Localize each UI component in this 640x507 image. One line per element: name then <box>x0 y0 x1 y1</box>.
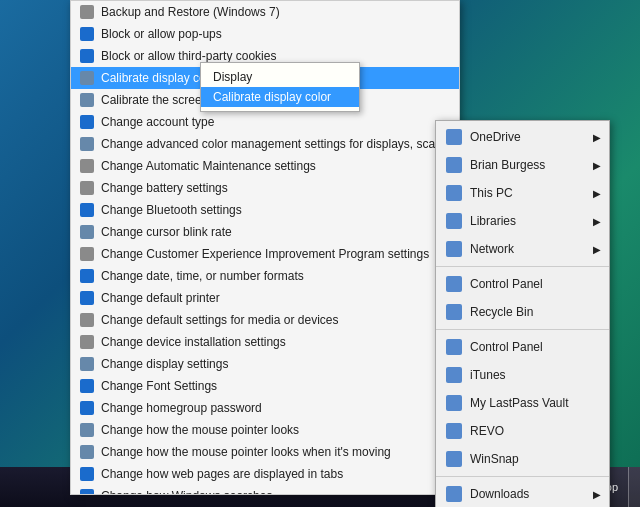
left-menu-item[interactable]: Change Customer Experience Improvement P… <box>71 243 459 265</box>
menu-item-label: Change battery settings <box>101 181 228 195</box>
menu-item-label: Backup and Restore (Windows 7) <box>101 5 280 19</box>
left-menu-item[interactable]: Change Bluetooth settings <box>71 199 459 221</box>
left-menu-item[interactable]: Change how the mouse pointer looks <box>71 419 459 441</box>
tooltip-item[interactable]: Calibrate display color <box>201 87 359 107</box>
right-menu-item[interactable]: Control Panel <box>436 270 609 298</box>
right-menu-item[interactable]: Network▶ <box>436 235 609 263</box>
right-menu-item[interactable]: iTunes <box>436 361 609 389</box>
menu-separator <box>436 476 609 477</box>
left-menu-item[interactable]: Change how Windows searches <box>71 485 459 494</box>
menu-separator <box>436 329 609 330</box>
right-menu-item[interactable]: WinSnap <box>436 445 609 473</box>
menu-item-icon <box>79 444 95 460</box>
tooltip-submenu: DisplayCalibrate display color <box>200 62 360 112</box>
menu-item-label: Change account type <box>101 115 214 129</box>
submenu-arrow-icon: ▶ <box>593 489 601 500</box>
left-menu-item[interactable]: Change Font Settings <box>71 375 459 397</box>
right-menu-item[interactable]: This PC▶ <box>436 179 609 207</box>
right-menu-item-icon <box>444 421 464 441</box>
menu-item-icon <box>79 312 95 328</box>
menu-item-label: Block or allow third-party cookies <box>101 49 276 63</box>
menu-item-label: Change how web pages are displayed in ta… <box>101 467 343 481</box>
left-menu-item[interactable]: Change default settings for media or dev… <box>71 309 459 331</box>
left-menu-item[interactable]: Change how the mouse pointer looks when … <box>71 441 459 463</box>
menu-item-icon <box>79 224 95 240</box>
right-menu-item-icon <box>444 337 464 357</box>
menu-item-icon <box>79 334 95 350</box>
left-menu-item[interactable]: Change date, time, or number formats <box>71 265 459 287</box>
right-menu-item-label: My LastPass Vault <box>470 396 601 410</box>
menu-item-icon <box>79 136 95 152</box>
menu-item-label: Change display settings <box>101 357 228 371</box>
left-menu-item[interactable]: Change how web pages are displayed in ta… <box>71 463 459 485</box>
right-menu-item[interactable]: My LastPass Vault <box>436 389 609 417</box>
right-menu-item[interactable]: Brian Burgess▶ <box>436 151 609 179</box>
menu-item-icon <box>79 202 95 218</box>
left-menu-item[interactable]: Block or allow pop-ups <box>71 23 459 45</box>
menu-item-icon <box>79 290 95 306</box>
right-menu-item-icon <box>444 211 464 231</box>
right-context-menu: OneDrive▶Brian Burgess▶This PC▶Libraries… <box>435 120 610 507</box>
left-menu-item[interactable]: Change display settings <box>71 353 459 375</box>
right-menu-item-icon <box>444 183 464 203</box>
left-menu-item[interactable]: Backup and Restore (Windows 7) <box>71 1 459 23</box>
menu-item-label: Change Automatic Maintenance settings <box>101 159 316 173</box>
menu-item-label: Change homegroup password <box>101 401 262 415</box>
left-menu-item[interactable]: Change account type <box>71 111 459 133</box>
right-menu-item[interactable]: Libraries▶ <box>436 207 609 235</box>
left-menu-item[interactable]: Change homegroup password <box>71 397 459 419</box>
right-menu-item[interactable]: Downloads▶ <box>436 480 609 507</box>
right-menu-item[interactable]: REVO <box>436 417 609 445</box>
right-menu-item-icon <box>444 449 464 469</box>
right-menu-item-icon <box>444 127 464 147</box>
right-menu-item-icon <box>444 365 464 385</box>
menu-item-icon <box>79 4 95 20</box>
right-menu-item-label: iTunes <box>470 368 601 382</box>
menu-item-icon <box>79 246 95 262</box>
right-menu-item-label: OneDrive <box>470 130 593 144</box>
left-menu-item[interactable]: Change Automatic Maintenance settings <box>71 155 459 177</box>
right-menu-item-label: Libraries <box>470 214 593 228</box>
menu-item-label: Change date, time, or number formats <box>101 269 304 283</box>
right-menu-item-icon <box>444 302 464 322</box>
left-menu-item[interactable]: Change device installation settings <box>71 331 459 353</box>
menu-item-label: Change how Windows searches <box>101 489 272 494</box>
right-menu-item-label: Network <box>470 242 593 256</box>
right-menu-item-label: REVO <box>470 424 601 438</box>
left-menu-item[interactable]: Change default printer <box>71 287 459 309</box>
menu-item-icon <box>79 158 95 174</box>
right-menu-item-icon <box>444 274 464 294</box>
left-menu-item[interactable]: Change battery settings <box>71 177 459 199</box>
right-menu-item[interactable]: Control Panel <box>436 333 609 361</box>
menu-item-icon <box>79 26 95 42</box>
menu-item-label: Change default settings for media or dev… <box>101 313 338 327</box>
menu-separator <box>436 266 609 267</box>
menu-item-icon <box>79 400 95 416</box>
menu-item-icon <box>79 70 95 86</box>
right-menu-item-label: Downloads <box>470 487 593 501</box>
submenu-arrow-icon: ▶ <box>593 216 601 227</box>
tooltip-item[interactable]: Display <box>201 67 359 87</box>
right-menu-item[interactable]: OneDrive▶ <box>436 123 609 151</box>
menu-item-label: Change how the mouse pointer looks when … <box>101 445 391 459</box>
menu-item-label: Change advanced color management setting… <box>101 137 451 151</box>
right-menu-item-label: This PC <box>470 186 593 200</box>
menu-item-icon <box>79 378 95 394</box>
menu-item-icon <box>79 488 95 494</box>
menu-item-icon <box>79 268 95 284</box>
right-menu-item-label: Control Panel <box>470 277 601 291</box>
menu-item-label: Change default printer <box>101 291 220 305</box>
menu-item-icon <box>79 92 95 108</box>
menu-item-icon <box>79 356 95 372</box>
right-menu-item[interactable]: Recycle Bin <box>436 298 609 326</box>
show-desktop-button[interactable] <box>628 467 640 507</box>
menu-item-label: Change how the mouse pointer looks <box>101 423 299 437</box>
submenu-arrow-icon: ▶ <box>593 160 601 171</box>
right-menu-item-icon <box>444 484 464 504</box>
left-menu-item[interactable]: Change cursor blink rate <box>71 221 459 243</box>
right-menu-item-icon <box>444 239 464 259</box>
left-menu-item[interactable]: Change advanced color management setting… <box>71 133 459 155</box>
right-menu-item-label: Brian Burgess <box>470 158 593 172</box>
right-menu-item-label: Recycle Bin <box>470 305 601 319</box>
menu-item-label: Change Font Settings <box>101 379 217 393</box>
